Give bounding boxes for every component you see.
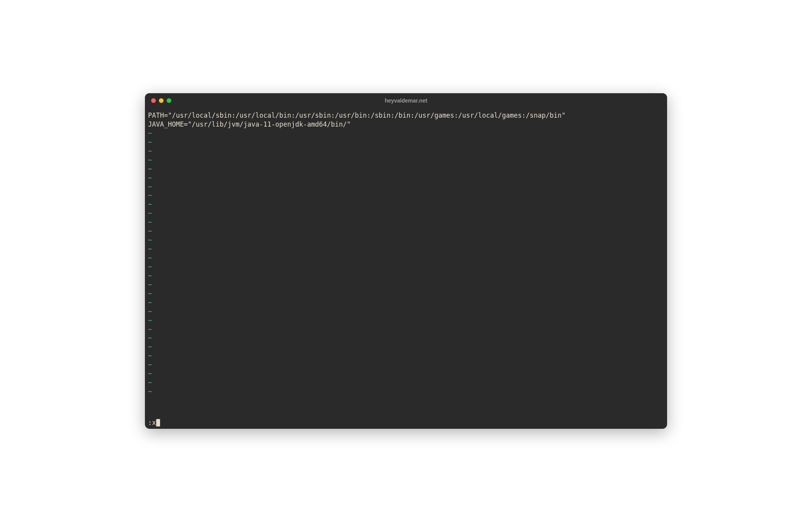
empty-line-tilde: ~ [148,165,664,174]
terminal-content[interactable]: PATH="/usr/local/sbin:/usr/local/bin:/us… [145,108,667,429]
close-button[interactable] [151,98,156,103]
maximize-button[interactable] [167,98,171,103]
empty-line-tilde: ~ [148,325,664,334]
empty-line-tilde: ~ [148,129,664,138]
empty-line-tilde: ~ [148,147,664,156]
empty-line-tilde: ~ [148,289,664,298]
window-title: heyvaldemar.net [385,97,427,104]
file-line: PATH="/usr/local/sbin:/usr/local/bin:/us… [148,111,566,119]
empty-line-tilde: ~ [148,218,664,227]
empty-line-tilde: ~ [148,378,664,387]
command-line[interactable]: :x [148,418,664,427]
empty-line-tilde: ~ [148,271,664,280]
empty-line-tilde: ~ [148,351,664,360]
empty-line-tilde: ~ [148,174,664,183]
command-prefix: : [148,418,152,427]
empty-line-tilde: ~ [148,387,664,396]
command-text: x [152,418,156,427]
minimize-button[interactable] [159,98,164,103]
empty-line-tilde: ~ [148,183,664,191]
empty-line-tilde: ~ [148,369,664,378]
empty-line-tilde: ~ [148,263,664,271]
empty-line-tilde: ~ [148,227,664,236]
empty-line-tilde: ~ [148,254,664,263]
empty-line-tilde: ~ [148,236,664,245]
empty-line-tilde: ~ [148,334,664,343]
empty-line-tilde: ~ [148,245,664,254]
cursor [156,419,160,426]
empty-line-tilde: ~ [148,156,664,165]
file-line: JAVA_HOME="/usr/lib/jvm/java-11-openjdk-… [148,120,351,128]
empty-line-tilde: ~ [148,343,664,351]
terminal-window: heyvaldemar.net PATH="/usr/local/sbin:/u… [145,93,667,429]
traffic-lights [151,98,171,103]
empty-line-tilde: ~ [148,280,664,289]
empty-line-tilde: ~ [148,316,664,325]
empty-line-tilde: ~ [148,298,664,307]
empty-line-tilde: ~ [148,191,664,200]
empty-line-tilde: ~ [148,209,664,218]
file-content: PATH="/usr/local/sbin:/usr/local/bin:/us… [148,111,664,129]
empty-line-tilde: ~ [148,307,664,316]
empty-lines: ~~~~~~~~~~~~~~~~~~~~~~~~~~~~~~ [148,129,664,418]
empty-line-tilde: ~ [148,138,664,147]
empty-line-tilde: ~ [148,360,664,369]
empty-line-tilde: ~ [148,200,664,209]
title-bar: heyvaldemar.net [145,93,667,108]
